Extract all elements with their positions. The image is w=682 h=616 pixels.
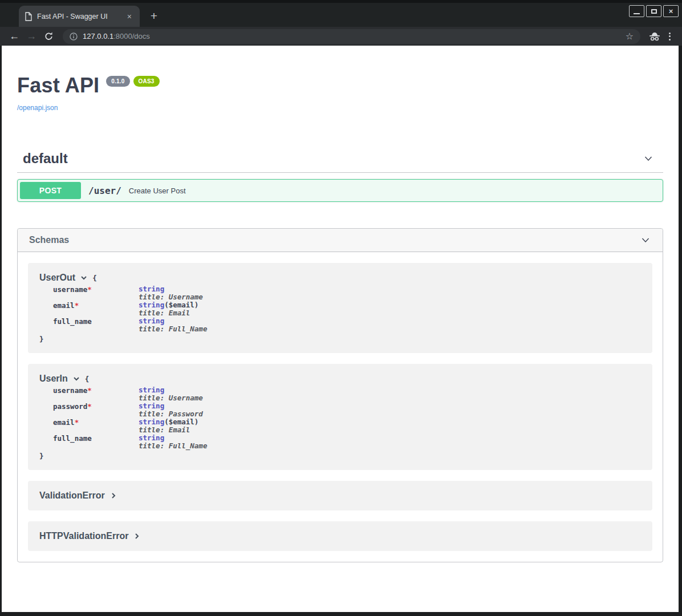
chevron-down-icon[interactable] [73, 375, 80, 382]
close-brace: } [39, 335, 641, 343]
browser-window: Fast API - Swagger UI × + × ← → 127.0.0.… [0, 0, 682, 616]
required-star: * [87, 386, 92, 395]
operation-path: /user/ [88, 185, 121, 196]
page-favicon-icon [25, 12, 32, 21]
property-type-line: string($email) [139, 301, 198, 309]
property-type-line: string [139, 386, 164, 394]
model-toggle[interactable]: HTTPValidationError [39, 531, 641, 541]
property-row: username* string title: Username [53, 386, 641, 402]
required-star: * [75, 418, 79, 427]
site-info-icon[interactable] [70, 33, 78, 40]
schemas-section: Schemas UserOut { [17, 228, 663, 562]
schemas-header[interactable]: Schemas [18, 229, 663, 252]
operation-post-user[interactable]: POST /user/ Create User Post [17, 179, 663, 202]
title-badges: 0.1.0 OAS3 [106, 76, 159, 87]
property-row: password* string title: Password [53, 402, 641, 418]
maximize-icon [651, 9, 657, 14]
property-title: title: Full_Name [139, 325, 207, 333]
tag-section-default: default POST /user/ Create User Post [17, 145, 663, 202]
window-maximize-button[interactable] [646, 5, 661, 17]
window-controls: × [629, 5, 679, 17]
property-name: email [53, 301, 75, 310]
bookmark-star-icon[interactable]: ☆ [626, 32, 634, 41]
chevron-down-icon[interactable] [80, 274, 87, 281]
url-host: 127.0.0.1 [83, 32, 113, 40]
method-badge: POST [20, 182, 81, 199]
model-card-userout: UserOut { username* string title: Userna… [28, 263, 652, 353]
property-type-line: string [139, 285, 164, 293]
model-properties: username* string title: Username email* … [53, 285, 641, 333]
chevron-right-icon[interactable] [110, 492, 117, 499]
close-icon: × [669, 7, 673, 15]
model-toggle[interactable]: UserIn { [39, 374, 641, 384]
open-brace: { [92, 274, 97, 282]
property-title: title: Full_Name [139, 441, 207, 450]
model-card-userin: UserIn { username* string title: Usernam… [28, 364, 652, 470]
property-type-line: string [139, 317, 164, 325]
property-name: password [53, 402, 87, 411]
property-type: string [139, 433, 164, 442]
required-star: * [75, 301, 79, 310]
property-type: string [139, 402, 164, 410]
property-type-line: string($email) [139, 418, 198, 426]
back-button[interactable]: ← [7, 29, 22, 44]
property-name: full_name [53, 434, 92, 443]
page-title: Fast API [17, 74, 99, 97]
new-tab-button[interactable]: + [146, 8, 162, 24]
url-text[interactable]: 127.0.0.1:8000/docs [83, 32, 150, 40]
tab-close-icon[interactable]: × [125, 11, 134, 22]
property-name: username [53, 285, 87, 294]
property-row: email* string($email) title: Email [53, 301, 641, 317]
tag-header[interactable]: default [17, 145, 663, 173]
chevron-down-icon[interactable] [643, 153, 654, 164]
browser-toolbar: ← → 127.0.0.1:8000/docs ☆ [0, 27, 682, 46]
model-name: ValidationError [39, 491, 105, 501]
tab-strip: Fast API - Swagger UI × + × [0, 0, 682, 27]
open-brace: { [85, 375, 90, 383]
model-name: HTTPValidationError [39, 531, 128, 541]
reload-button[interactable] [41, 29, 56, 44]
address-bar[interactable]: 127.0.0.1:8000/docs ☆ [63, 29, 640, 44]
model-toggle[interactable]: UserOut { [39, 273, 641, 283]
property-type: string [139, 301, 164, 309]
api-info: Fast API 0.1.0 OAS3 /openapi.json [17, 74, 663, 112]
forward-button[interactable]: → [24, 29, 39, 44]
minimize-icon [634, 13, 640, 14]
property-row: full_name string title: Full_Name [53, 434, 641, 450]
model-toggle[interactable]: ValidationError [39, 491, 641, 501]
window-minimize-button[interactable] [629, 5, 644, 17]
model-name: UserOut [39, 273, 75, 283]
schemas-body: UserOut { username* string title: Userna… [18, 252, 663, 562]
property-row: email* string($email) title: Email [53, 418, 641, 434]
property-type-line: string [139, 433, 164, 442]
chevron-right-icon[interactable] [133, 533, 140, 540]
reload-icon [44, 31, 54, 41]
chevron-down-icon[interactable] [640, 234, 651, 246]
model-card-validationerror: ValidationError [28, 481, 652, 510]
browser-tab[interactable]: Fast API - Swagger UI × [19, 6, 140, 27]
required-star: * [87, 285, 92, 294]
property-row: full_name string title: Full_Name [53, 317, 641, 333]
browser-menu-button[interactable] [664, 30, 675, 43]
operation-summary: Create User Post [129, 187, 186, 195]
property-type: string [139, 317, 164, 325]
close-brace: } [39, 452, 641, 460]
version-badge: 0.1.0 [106, 76, 129, 87]
property-type: string [139, 418, 164, 426]
property-type-line: string [139, 402, 164, 410]
property-title: title: Username [139, 293, 203, 301]
property-title: title: Email [139, 309, 190, 317]
model-properties: username* string title: Username passwor… [53, 386, 641, 450]
window-close-button[interactable]: × [663, 5, 679, 17]
openapi-spec-link[interactable]: /openapi.json [17, 104, 58, 112]
oas3-badge: OAS3 [133, 76, 160, 87]
tab-title: Fast API - Swagger UI [37, 13, 120, 21]
url-path: :8000/docs [113, 32, 150, 40]
model-name: UserIn [39, 374, 68, 384]
property-row: username* string title: Username [53, 285, 641, 301]
property-title: title: Password [139, 410, 203, 418]
property-name: username [53, 386, 87, 395]
property-format: ($email) [164, 301, 198, 309]
incognito-button[interactable] [647, 29, 662, 44]
property-title: title: Email [139, 425, 190, 434]
